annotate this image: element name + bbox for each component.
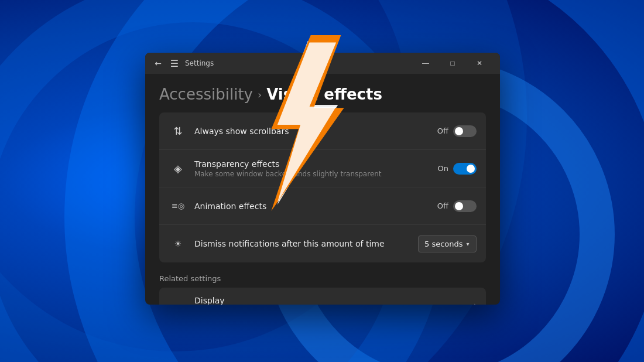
notifications-text: Dismiss notifications after this amount … [194, 239, 418, 248]
maximize-button[interactable]: □ [439, 53, 466, 74]
display-icon: ▭ [169, 296, 187, 305]
scrollbars-text: Always show scrollbars [194, 127, 437, 136]
notifications-control: 5 seconds ▾ [418, 235, 477, 252]
display-chevron-icon: › [474, 301, 477, 305]
scrollbars-label: Always show scrollbars [194, 127, 437, 136]
transparency-description: Make some window backgrounds slightly tr… [194, 170, 438, 178]
scrollbars-toggle-label: Off [437, 127, 448, 135]
display-label: Display [194, 296, 474, 305]
page-title: Visual effects [266, 86, 382, 103]
animation-label: Animation effects [194, 202, 437, 211]
transparency-icon: ◈ [169, 159, 187, 178]
scrollbars-control: Off [437, 125, 477, 137]
breadcrumb-separator: › [258, 88, 262, 101]
notifications-label: Dismiss notifications after this amount … [194, 239, 418, 248]
animation-text: Animation effects [194, 202, 437, 211]
nav-row-display[interactable]: ▭ Display Monitors, brightness, night li… [159, 288, 486, 305]
setting-row-transparency: ◈ Transparency effects Make some window … [159, 150, 486, 187]
setting-row-notifications: ☀ Dismiss notifications after this amoun… [159, 225, 486, 262]
notifications-dropdown-value: 5 seconds [424, 240, 463, 248]
transparency-text: Transparency effects Make some window ba… [194, 159, 438, 178]
settings-group-visual: ⇅ Always show scrollbars Off ◈ Transpare… [159, 112, 486, 262]
settings-window: ← ☰ Settings — □ ✕ Accessibility › Visua… [145, 53, 500, 305]
related-settings-header: Related settings [159, 265, 486, 288]
notifications-icon: ☀ [169, 234, 187, 253]
window-title: Settings [185, 59, 407, 67]
setting-row-scrollbars: ⇅ Always show scrollbars Off [159, 112, 486, 150]
transparency-label: Transparency effects [194, 159, 438, 169]
window-controls: — □ ✕ [412, 53, 493, 74]
transparency-toggle[interactable] [453, 163, 477, 175]
transparency-toggle-label: On [438, 164, 448, 173]
titlebar: ← ☰ Settings — □ ✕ [145, 53, 500, 74]
transparency-control: On [438, 163, 477, 175]
page-header: Accessibility › Visual effects [159, 74, 486, 112]
breadcrumb-parent[interactable]: Accessibility [159, 86, 253, 103]
setting-row-animation: ≡◎ Animation effects Off [159, 187, 486, 225]
scrollbars-toggle[interactable] [453, 125, 477, 137]
minimize-button[interactable]: — [412, 53, 439, 74]
animation-toggle[interactable] [453, 200, 477, 212]
animation-control: Off [437, 200, 477, 212]
notifications-dropdown[interactable]: 5 seconds ▾ [418, 235, 477, 252]
display-text: Display Monitors, brightness, night ligh… [194, 296, 474, 305]
hamburger-menu-icon[interactable]: ☰ [169, 58, 180, 69]
animation-toggle-label: Off [437, 202, 448, 210]
settings-content: Accessibility › Visual effects ⇅ Always … [145, 74, 500, 305]
dropdown-arrow-icon: ▾ [467, 241, 470, 247]
scrollbars-icon: ⇅ [169, 122, 187, 141]
close-button[interactable]: ✕ [466, 53, 493, 74]
animation-icon: ≡◎ [169, 197, 187, 216]
back-icon[interactable]: ← [152, 59, 164, 68]
